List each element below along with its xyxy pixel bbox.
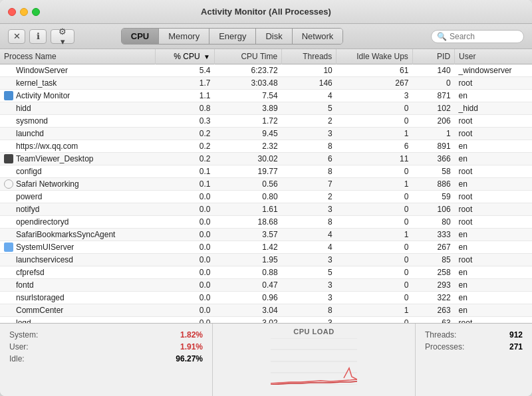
- table-row[interactable]: CommCenter 0.0 3.04 8 1 263 en: [0, 304, 532, 317]
- cell-idlewakeups: 0: [336, 216, 413, 229]
- cell-cputime: 1.72: [214, 115, 281, 128]
- tab-memory[interactable]: Memory: [159, 29, 209, 44]
- processes-value: 271: [509, 342, 523, 351]
- toolbar: ✕ ℹ ⚙ ▾ CPU Memory Energy Disk Network 🔍: [0, 24, 532, 49]
- cell-threads: 3: [282, 203, 336, 216]
- cell-pid: 293: [412, 279, 454, 292]
- table-row[interactable]: WindowServer 5.4 6:23.72 10 61 140 _wind…: [0, 64, 532, 77]
- process-icon-empty: [4, 142, 13, 151]
- process-name-text: opendirectoryd: [16, 217, 68, 227]
- table-row[interactable]: configd 0.1 19.77 8 0 58 root: [0, 165, 532, 178]
- process-icon-empty: [4, 78, 13, 88]
- cell-threads: 4: [282, 241, 336, 254]
- cell-name: notifyd: [0, 203, 156, 216]
- maximize-button[interactable]: +: [32, 8, 40, 16]
- system-value: 1.82%: [180, 330, 203, 340]
- cell-cpu: 0.2: [156, 128, 215, 140]
- table-row[interactable]: logd 0.0 3.02 3 0 63 root: [0, 317, 532, 324]
- process-icon-empty: [4, 318, 13, 323]
- col-header-name[interactable]: Process Name: [0, 49, 156, 64]
- process-name-text: CommCenter: [16, 306, 63, 315]
- cell-user: root: [455, 317, 532, 324]
- table-row[interactable]: SafariBookmarksSyncAgent 0.0 3.57 4 1 33…: [0, 229, 532, 241]
- cell-cpu: 0.2: [156, 140, 215, 153]
- process-name-text: powerd: [16, 192, 42, 201]
- cell-idlewakeups: 61: [336, 64, 413, 77]
- cell-user: root: [455, 216, 532, 229]
- table-row[interactable]: cfprefsd 0.0 0.88 5 0 258 en: [0, 266, 532, 279]
- close-button[interactable]: ×: [8, 8, 16, 16]
- activity-monitor-window: × − + Activity Monitor (All Processes) ✕…: [0, 0, 532, 396]
- cell-cpu: 0.0: [156, 292, 215, 304]
- cell-threads: 8: [282, 140, 336, 153]
- tab-disk[interactable]: Disk: [256, 29, 292, 44]
- cell-idlewakeups: 0: [336, 266, 413, 279]
- cell-user: root: [455, 128, 532, 140]
- table-row[interactable]: fontd 0.0 0.47 3 0 293 en: [0, 279, 532, 292]
- cell-idlewakeups: 0: [336, 203, 413, 216]
- table-row[interactable]: opendirectoryd 0.0 18.68 8 0 80 root: [0, 216, 532, 229]
- table-row[interactable]: kernel_task 1.7 3:03.48 146 267 0 root: [0, 77, 532, 90]
- minimize-button[interactable]: −: [20, 8, 28, 16]
- cell-pid: 267: [412, 241, 454, 254]
- cell-user: root: [455, 77, 532, 90]
- col-header-cputime[interactable]: CPU Time: [214, 49, 281, 64]
- cell-cpu: 0.0: [156, 216, 215, 229]
- process-name-text: logd: [16, 318, 31, 323]
- cell-name: WindowServer: [0, 64, 156, 77]
- cell-name: https://wx.qq.com: [0, 140, 156, 153]
- process-icon-empty: [4, 116, 13, 126]
- table-row[interactable]: launchservicesd 0.0 1.95 3 0 85 root: [0, 254, 532, 266]
- table-row[interactable]: nsurlstoraged 0.0 0.96 3 0 322 en: [0, 292, 532, 304]
- cell-cpu: 0.0: [156, 191, 215, 203]
- table-row[interactable]: Activity Monitor 1.1 7.54 4 3 871 en: [0, 90, 532, 102]
- info-button[interactable]: ℹ: [29, 29, 47, 44]
- process-icon-empty: [4, 205, 13, 214]
- stop-button[interactable]: ✕: [8, 29, 25, 44]
- table-row[interactable]: SystemUIServer 0.0 1.42 4 0 267 en: [0, 241, 532, 254]
- cell-pid: 891: [412, 140, 454, 153]
- cell-pid: 258: [412, 266, 454, 279]
- cell-name: sysmond: [0, 115, 156, 128]
- cell-name: fontd: [0, 279, 156, 292]
- gear-button[interactable]: ⚙ ▾: [51, 29, 74, 44]
- table-header-row: Process Name % CPU ▼ CPU Time Threads Id…: [0, 49, 532, 64]
- table-row[interactable]: sysmond 0.3 1.72 2 0 206 root: [0, 115, 532, 128]
- cell-cpu: 0.0: [156, 304, 215, 317]
- cell-idlewakeups: 0: [336, 254, 413, 266]
- cell-name: SystemUIServer: [0, 241, 156, 254]
- cpu-load-title: CPU LOAD: [293, 328, 334, 336]
- table-row[interactable]: launchd 0.2 9.45 3 1 1 root: [0, 128, 532, 140]
- process-icon-empty: [4, 268, 13, 277]
- stop-icon: ✕: [13, 31, 21, 41]
- process-icon-empty: [4, 255, 13, 264]
- table-row[interactable]: powerd 0.0 0.80 2 0 59 root: [0, 191, 532, 203]
- process-table-container[interactable]: Process Name % CPU ▼ CPU Time Threads Id…: [0, 49, 532, 323]
- cell-cpu: 0.0: [156, 279, 215, 292]
- col-header-threads[interactable]: Threads: [282, 49, 336, 64]
- table-row[interactable]: hidd 0.8 3.89 5 0 102 _hidd: [0, 102, 532, 115]
- table-row[interactable]: notifyd 0.0 1.61 3 0 106 root: [0, 203, 532, 216]
- table-row[interactable]: Safari Networking 0.1 0.56 7 1 886 en: [0, 178, 532, 191]
- cell-threads: 3: [282, 279, 336, 292]
- tab-cpu[interactable]: CPU: [122, 29, 159, 44]
- cell-cputime: 1.61: [214, 203, 281, 216]
- stats-left: System: 1.82% User: 1.91% Idle: 96.27%: [0, 324, 213, 396]
- cell-name: configd: [0, 165, 156, 178]
- col-header-pid[interactable]: PID: [412, 49, 454, 64]
- cpu-chart: [271, 338, 357, 385]
- search-box[interactable]: 🔍: [431, 30, 524, 43]
- tab-energy[interactable]: Energy: [209, 29, 256, 44]
- cell-threads: 146: [282, 77, 336, 90]
- col-header-cpu[interactable]: % CPU ▼: [156, 49, 215, 64]
- cell-pid: 106: [412, 203, 454, 216]
- col-header-user[interactable]: User: [455, 49, 532, 64]
- cell-cpu: 0.2: [156, 153, 215, 165]
- tab-network[interactable]: Network: [293, 29, 343, 44]
- cell-threads: 6: [282, 153, 336, 165]
- search-input[interactable]: [450, 32, 516, 41]
- cell-threads: 3: [282, 254, 336, 266]
- table-row[interactable]: TeamViewer_Desktop 0.2 30.02 6 11 366 en: [0, 153, 532, 165]
- table-row[interactable]: https://wx.qq.com 0.2 2.32 8 6 891 en: [0, 140, 532, 153]
- col-header-idlewakeups[interactable]: Idle Wake Ups: [336, 49, 413, 64]
